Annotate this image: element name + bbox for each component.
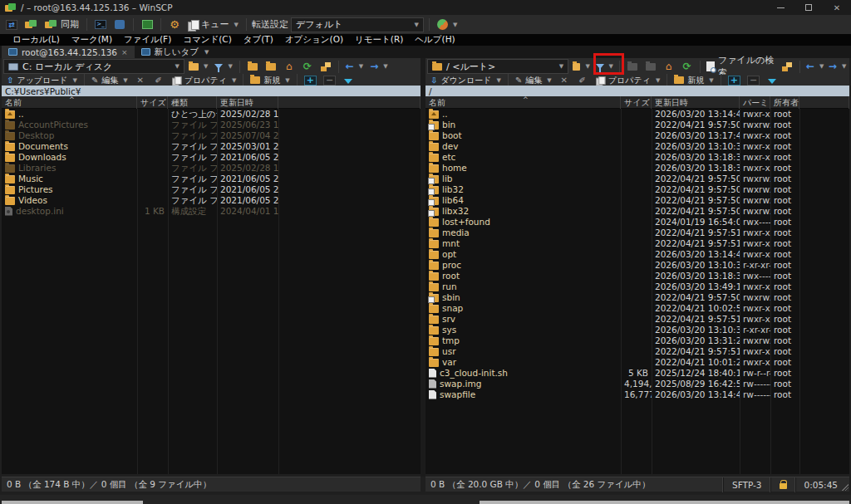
file-row[interactable]: Desktopファイル フォル...2025/07/04 20:5... — [2, 130, 421, 141]
remote-open-directory-button[interactable]: ▼ — [570, 59, 593, 75]
menu-item[interactable]: コマンド(C) — [177, 34, 238, 46]
encryption-indicator[interactable] — [770, 477, 795, 492]
local-refresh-button[interactable]: ⟳ — [299, 59, 316, 75]
remote-parent-dir-button[interactable] — [624, 59, 641, 75]
remote-delete-button[interactable]: ✕ — [556, 76, 573, 86]
file-row[interactable]: ..ひとつ上のディ...2025/02/28 15:1... — [2, 109, 421, 120]
file-row[interactable]: mnt2022/04/21 9:57:51rwxr-xr-xroot — [426, 238, 849, 249]
column-header-size[interactable]: サイズ — [621, 96, 652, 109]
file-row[interactable]: tmp2026/03/20 13:31:21rwxrwxr...root — [426, 335, 849, 346]
menu-item[interactable]: ヘルプ(H) — [409, 34, 460, 46]
local-file-list[interactable]: ..ひとつ上のディ...2025/02/28 15:1...AccountPic… — [2, 109, 421, 474]
panels-layout-button[interactable] — [139, 17, 155, 32]
remote-drive-select[interactable]: / <ルート> ▼ — [427, 59, 568, 74]
file-row[interactable]: Musicファイル フォル...2021/06/05 21:1... — [2, 174, 421, 184]
local-filter-button[interactable]: ▼ — [212, 59, 234, 75]
local-open-directory-button[interactable]: ▼ — [186, 59, 210, 75]
local-path-bar[interactable]: C:¥Users¥Public¥ — [2, 86, 421, 96]
file-row[interactable]: usr2022/04/21 9:57:51rwxr-xr-xroot — [426, 346, 849, 357]
menu-item[interactable]: リモート(R) — [349, 34, 409, 46]
file-row[interactable]: swap.img4,194,...2025/08/29 16:42:56rw--… — [426, 379, 849, 389]
file-row[interactable]: sbin2022/04/21 9:57:50rwxrwxr...root — [426, 292, 849, 303]
remote-rename-button[interactable]: ✐ — [574, 76, 591, 86]
column-header-size[interactable]: サイズ — [137, 96, 168, 109]
file-row[interactable]: dev2026/03/20 13:10:35rwxr-xr-xroot — [426, 141, 849, 152]
file-row[interactable]: media2022/04/21 9:57:51rwxr-xr-xroot — [426, 228, 849, 238]
remote-home-dir-button[interactable]: ⌂ — [661, 59, 677, 75]
file-row[interactable]: bin2022/04/21 9:57:50rwxrwxr...root — [426, 120, 849, 130]
synchronize-button[interactable]: 同期 — [42, 17, 81, 32]
file-row[interactable]: home2026/03/20 13:18:31rwxr-xr-xroot — [426, 163, 849, 174]
remote-path-bar[interactable]: / — [426, 86, 849, 96]
file-row[interactable]: lost+found2024/01/19 16:54:06rwx------ro… — [426, 217, 849, 228]
remote-select-filter-button[interactable] — [764, 76, 780, 86]
remote-unselect-button[interactable]: − — [745, 76, 762, 86]
local-properties-button[interactable]: プロパティ▼ — [169, 76, 239, 86]
local-select-filter-button[interactable] — [340, 76, 357, 86]
file-row[interactable]: proc2026/03/20 13:10:31r-xr-xr-xroot — [426, 260, 849, 271]
preferences-button[interactable]: ⚙ — [166, 17, 183, 32]
column-header-date[interactable]: 更新日時 — [652, 96, 740, 109]
file-row[interactable]: sys2026/03/20 13:10:31r-xr-xr-xroot — [426, 325, 849, 335]
file-row[interactable]: boot2026/03/20 13:17:43rwxr-xr-xroot — [426, 130, 849, 141]
queue-button[interactable]: キュー▼ — [185, 17, 241, 32]
file-row[interactable]: etc2026/03/20 13:18:31rwxr-xr-xroot — [426, 152, 849, 163]
file-row[interactable]: root2026/03/20 13:18:31rwx------root — [426, 271, 849, 281]
local-back-button[interactable]: ←▼ — [343, 59, 366, 75]
column-header-owner[interactable]: 所有者 — [770, 96, 799, 109]
local-hscrollbar[interactable] — [2, 501, 143, 504]
session-tab[interactable]: root@163.44.125.136 × — [2, 46, 135, 58]
remote-forward-button[interactable]: →▼ — [827, 59, 848, 75]
local-edit-button[interactable]: ✎編集▼ — [89, 76, 130, 86]
file-row[interactable]: lib2022/04/21 9:57:50rwxrwxr...root — [426, 174, 849, 184]
transfer-mode-button[interactable]: ▼ — [435, 17, 460, 32]
synchronize-browsing-button[interactable] — [22, 17, 40, 32]
find-files-button[interactable]: ファイルの検索 — [704, 59, 777, 75]
remote-copy-path-button[interactable] — [779, 59, 795, 75]
file-row[interactable]: var2022/04/21 10:01:20rwxr-xr-xroot — [426, 357, 849, 368]
remote-properties-button[interactable]: プロパティ▼ — [593, 76, 663, 86]
file-row[interactable]: ..2026/03/20 13:14:46rwxr-xr-xroot — [426, 109, 849, 120]
close-button[interactable]: ✕ — [823, 0, 851, 15]
download-button[interactable]: ⇩ダウンロード▼ — [428, 76, 504, 86]
open-terminal-button[interactable]: >_ — [92, 17, 109, 32]
remote-new-button[interactable]: 新規▼ — [671, 76, 716, 86]
menu-item[interactable]: ローカル(L) — [7, 34, 66, 46]
local-home-dir-button[interactable]: ⌂ — [281, 59, 298, 75]
swap-panels-button[interactable]: ⇄ — [3, 17, 20, 32]
transfer-preset-select[interactable]: デフォルト▼ — [291, 17, 424, 32]
local-select-button[interactable]: + — [302, 76, 319, 86]
local-new-button[interactable]: 新規▼ — [248, 76, 292, 86]
local-forward-button[interactable]: →▼ — [367, 59, 390, 75]
local-delete-button[interactable]: ✕ — [132, 76, 149, 86]
new-tab-button[interactable]: 新しいタブ ▼ — [135, 46, 216, 58]
remote-file-list[interactable]: ..2026/03/20 13:14:46rwxr-xr-xrootbin202… — [426, 109, 849, 474]
local-parent-dir-button[interactable] — [244, 59, 261, 75]
remote-select-button[interactable]: + — [726, 76, 743, 86]
file-row[interactable]: Downloadsファイル フォル...2021/06/05 21:1... — [2, 152, 421, 163]
file-row[interactable]: Videosファイル フォル...2021/06/05 21:1... — [2, 195, 421, 206]
file-row[interactable]: swapfile16,777...2026/03/20 13:14:46rw--… — [426, 389, 849, 400]
local-unselect-button[interactable]: − — [321, 76, 338, 86]
maximize-button[interactable] — [794, 0, 823, 15]
add-to-putty-button[interactable] — [111, 17, 128, 32]
local-rename-button[interactable]: ✐ — [150, 76, 167, 86]
remote-refresh-button[interactable]: ⟳ — [679, 59, 696, 75]
file-row[interactable]: lib322022/04/21 9:57:50rwxrwxr...root — [426, 184, 849, 195]
column-header-type[interactable]: 種類 — [168, 96, 217, 109]
upload-button[interactable]: ⇧アップロード▼ — [4, 76, 80, 86]
file-row[interactable]: srv2022/04/21 9:57:51rwxr-xr-xroot — [426, 314, 849, 325]
file-row[interactable]: lib642022/04/21 9:57:50rwxrwxr...root — [426, 195, 849, 206]
file-row[interactable]: desktop.ini1 KB構成設定2024/04/01 16:2... — [2, 206, 421, 217]
file-row[interactable]: AccountPicturesファイル フォル...2025/06/23 16:… — [2, 120, 421, 130]
column-header-name[interactable]: 名前^ — [2, 96, 137, 109]
remote-edit-button[interactable]: ✎編集▼ — [513, 76, 554, 86]
file-row[interactable]: snap2022/04/21 10:02:57rwxr-xr-xroot — [426, 303, 849, 314]
file-row[interactable]: libx322022/04/21 9:57:50rwxrwxr...root — [426, 206, 849, 217]
file-row[interactable]: c3_cloud-init.sh5 KB2025/12/24 18:40:19r… — [426, 368, 849, 379]
panel-divider[interactable] — [421, 58, 426, 477]
local-copy-path-button[interactable] — [317, 59, 334, 75]
close-tab-icon[interactable]: × — [121, 48, 128, 56]
menu-item[interactable]: マーク(M) — [66, 34, 118, 46]
local-drive-select[interactable]: C: ローカル ディスク ▼ — [3, 59, 184, 74]
